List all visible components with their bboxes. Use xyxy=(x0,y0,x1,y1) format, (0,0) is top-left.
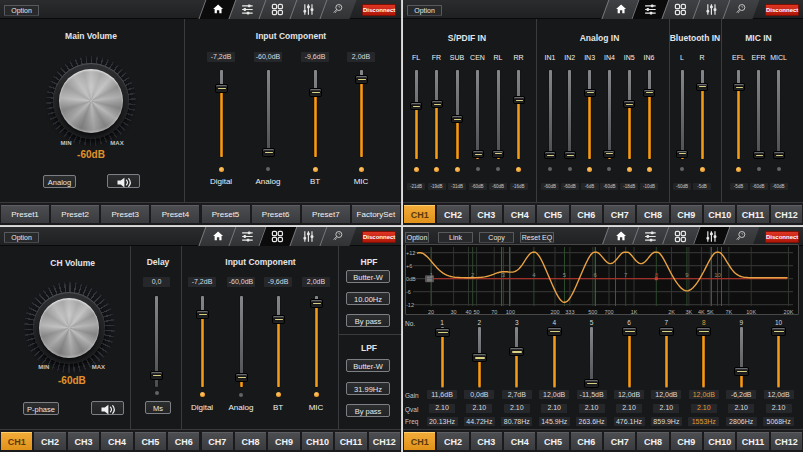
svg-text:4: 4 xyxy=(532,272,536,278)
svg-text:7: 7 xyxy=(624,272,628,278)
svg-text:10: 10 xyxy=(714,272,721,278)
svg-text:2: 2 xyxy=(471,272,475,278)
svg-text:3: 3 xyxy=(502,272,506,278)
svg-text:8: 8 xyxy=(655,272,659,278)
svg-text:5: 5 xyxy=(563,272,567,278)
svg-text:6: 6 xyxy=(593,272,597,278)
